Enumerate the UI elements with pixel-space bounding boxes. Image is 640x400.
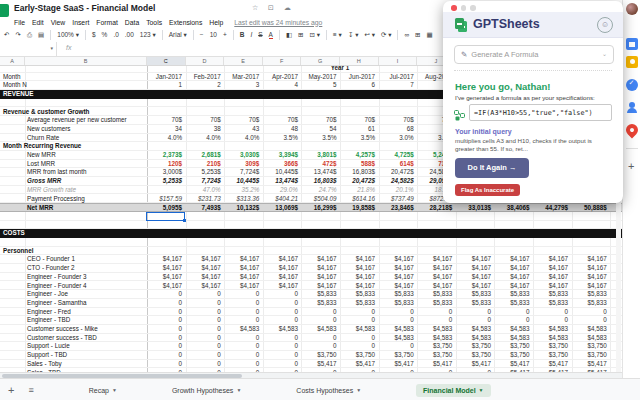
cell[interactable]: $3,750 <box>572 351 607 360</box>
cell[interactable]: 70$ <box>186 116 221 125</box>
cell[interactable]: 0 <box>263 334 298 343</box>
row-label[interactable]: MRR Growth rate <box>27 186 76 195</box>
cell[interactable]: 0 <box>263 351 298 360</box>
cell[interactable]: $4,167 <box>533 255 568 264</box>
cell[interactable]: 0 <box>263 360 298 369</box>
row-label[interactable]: Customer success - TBD <box>27 334 97 343</box>
cell[interactable]: 2 <box>186 81 221 90</box>
cell[interactable]: 70$ <box>263 116 298 125</box>
cell[interactable]: $5,417 <box>379 360 414 369</box>
cell[interactable]: $4,167 <box>379 273 414 282</box>
cell[interactable]: $4,167 <box>417 255 452 264</box>
cell[interactable]: $4,583 <box>379 325 414 334</box>
cell[interactable]: 0 <box>301 316 336 325</box>
cell[interactable]: 68 <box>379 125 414 134</box>
cell[interactable]: 34 <box>147 125 182 134</box>
row-label[interactable]: Month Recurring Revenue <box>3 142 81 151</box>
zoom-window-button[interactable] <box>470 5 476 11</box>
column-header-B[interactable]: B <box>25 57 147 65</box>
cell[interactable]: $5,833 <box>417 299 452 308</box>
cell[interactable]: $5,417 <box>340 360 375 369</box>
cell[interactable]: 0 <box>147 290 182 299</box>
keep-icon[interactable] <box>626 56 638 68</box>
cell[interactable]: $313.36 <box>224 195 259 204</box>
row-label[interactable]: COSTS <box>3 229 25 238</box>
cell[interactable]: $4,167 <box>340 282 375 291</box>
cell[interactable]: 70$ <box>301 116 336 125</box>
row-label[interactable]: Engineer - Joe <box>27 290 68 299</box>
cell[interactable]: $4,167 <box>572 264 607 273</box>
tab-growth-hypotheses[interactable]: Growth Hypotheses▼ <box>172 387 241 394</box>
cell[interactable]: $5,833 <box>379 299 414 308</box>
cell[interactable]: $3,750 <box>456 351 491 360</box>
add-sheet-button[interactable]: + <box>8 384 14 396</box>
row-label[interactable]: CTO - Founder 2 <box>27 264 74 273</box>
row-label[interactable]: New customers <box>27 125 70 134</box>
cell[interactable]: 70$ <box>224 116 259 125</box>
cell[interactable]: $5,833 <box>340 299 375 308</box>
cell[interactable]: $5,833 <box>572 290 607 299</box>
cell[interactable]: $4,167 <box>340 264 375 273</box>
tab-menu-icon[interactable]: ▼ <box>236 387 241 393</box>
cell[interactable]: 3,394$ <box>263 151 298 160</box>
cell[interactable]: 5 <box>301 81 336 90</box>
cell[interactable]: 7,724$ <box>186 177 221 186</box>
cell[interactable]: 0 <box>186 290 221 299</box>
cell[interactable]: 43 <box>224 125 259 134</box>
cell[interactable]: $5,833 <box>379 290 414 299</box>
cell[interactable]: $4,167 <box>456 282 491 291</box>
assistant-face-icon[interactable]: ☺ <box>597 17 613 33</box>
cell[interactable]: 47.0% <box>186 186 221 195</box>
cell[interactable]: 3.5% <box>340 134 375 143</box>
cell[interactable]: $4,167 <box>456 273 491 282</box>
row-label[interactable]: Month N <box>3 81 27 90</box>
cell[interactable]: $5,417 <box>417 360 452 369</box>
cell[interactable]: 309$ <box>224 160 259 169</box>
column-header-F[interactable]: F <box>263 57 302 65</box>
cell[interactable]: 0 <box>186 334 221 343</box>
cell[interactable]: 4.0% <box>147 134 182 143</box>
row-label[interactable]: Sales - Toby <box>27 360 62 369</box>
cell[interactable]: 0 <box>533 308 568 317</box>
get-addons-button[interactable]: + <box>628 160 634 172</box>
cell[interactable]: 4,257$ <box>340 151 375 160</box>
cell[interactable]: $5,417 <box>494 360 529 369</box>
cell[interactable]: 0 <box>186 360 221 369</box>
cell[interactable]: $5,833 <box>301 299 336 308</box>
cell[interactable]: $5,417 <box>301 360 336 369</box>
tab-menu-icon[interactable]: ▼ <box>356 387 361 393</box>
cell[interactable]: $5,833 <box>494 299 529 308</box>
cell[interactable]: $4,167 <box>533 273 568 282</box>
cell[interactable]: $4,167 <box>186 255 221 264</box>
cell[interactable]: 4,725$ <box>379 151 414 160</box>
row-label[interactable]: Lost MRR <box>27 160 55 169</box>
cell[interactable]: $614.16 <box>340 195 375 204</box>
cell[interactable]: $4,167 <box>147 264 182 273</box>
cell[interactable]: $737.49 <box>379 195 414 204</box>
cell[interactable]: 16,803$ <box>301 177 336 186</box>
cell[interactable]: $504.09 <box>301 195 336 204</box>
cell[interactable]: 16,803$ <box>340 168 375 177</box>
row-label[interactable]: Month <box>3 73 21 82</box>
cell[interactable]: $4,167 <box>379 264 414 273</box>
cell[interactable]: 48 <box>263 125 298 134</box>
cell[interactable]: $3,750 <box>379 351 414 360</box>
cell[interactable]: 0 <box>186 316 221 325</box>
cell[interactable]: $5,833 <box>494 290 529 299</box>
cell[interactable]: 210$ <box>186 160 221 169</box>
cell[interactable]: $4,167 <box>417 273 452 282</box>
cell[interactable]: 0 <box>224 351 259 360</box>
row-label[interactable]: Engineer - Samantha <box>27 299 87 308</box>
cell[interactable]: $4,167 <box>417 282 452 291</box>
cell[interactable]: 13,474$ <box>301 168 336 177</box>
cell[interactable]: 0 <box>379 316 414 325</box>
cell[interactable]: $4,167 <box>379 255 414 264</box>
cell[interactable]: 3,030$ <box>224 151 259 160</box>
cell[interactable]: 0 <box>494 308 529 317</box>
cell[interactable]: 0 <box>263 342 298 351</box>
calendar-icon[interactable] <box>626 38 638 50</box>
maps-icon[interactable] <box>624 122 640 139</box>
cell[interactable]: $4,167 <box>263 282 298 291</box>
cell[interactable]: $4,583 <box>494 325 529 334</box>
cell[interactable]: $4,583 <box>456 334 491 343</box>
